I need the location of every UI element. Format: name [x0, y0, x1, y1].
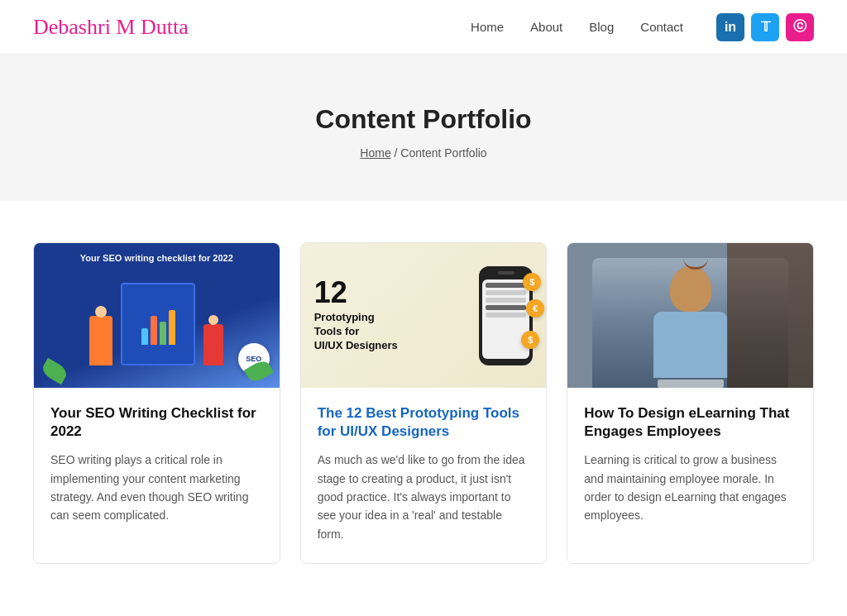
chart-tablet [121, 283, 195, 365]
bar-1 [141, 328, 148, 345]
card-seo: Your SEO writing checklist for 2022 SEO [33, 242, 280, 564]
hero-section: Content Portfolio Home / Content Portfol… [0, 55, 847, 201]
leaf-left-icon [40, 358, 69, 384]
bookshelf-decoration [727, 243, 813, 388]
breadcrumb-current: Content Portfolio [400, 146, 486, 160]
social-icons: in 𝕋 ⓒ [716, 13, 814, 41]
instagram-icon: ⓒ [793, 18, 806, 36]
card-seo-excerpt: SEO writing plays a critical role in imp… [50, 451, 263, 525]
bar-2 [151, 316, 157, 345]
phone-line-2 [486, 290, 526, 295]
card-elearning-excerpt: Learning is critical to grow a business … [584, 451, 797, 525]
card-proto-title[interactable]: The 12 Best Prototyping Tools for UI/UX … [318, 404, 530, 441]
bar-3 [160, 322, 166, 345]
card-elearning-title[interactable]: How To Design eLearning That Engages Emp… [584, 404, 797, 441]
card-elearning-image [567, 243, 813, 388]
seo-illustration [89, 283, 223, 365]
coin-3: $ [521, 331, 539, 349]
breadcrumb-separator: / [395, 146, 398, 160]
twitter-button[interactable]: 𝕋 [751, 13, 779, 41]
phone-screen [482, 279, 529, 359]
linkedin-icon: in [725, 20, 736, 35]
card-seo-title[interactable]: Your SEO Writing Checklist for 2022 [50, 404, 263, 441]
bar-4 [169, 310, 175, 345]
seo-image-label: Your SEO writing checklist for 2022 [80, 253, 233, 263]
card-proto-excerpt: As much as we'd like to go from the idea… [318, 451, 530, 543]
coin-1: $ [523, 273, 541, 291]
card-seo-body: Your SEO Writing Checklist for 2022 SEO … [34, 388, 280, 545]
chart-bars [141, 303, 175, 345]
card-seo-image: Your SEO writing checklist for 2022 SEO [34, 243, 280, 388]
phone-line-1 [486, 283, 526, 288]
laptop-icon [658, 380, 724, 388]
breadcrumb: Home / Content Portfolio [17, 146, 830, 160]
nav-blog[interactable]: Blog [589, 20, 614, 34]
phone-line-3 [486, 298, 526, 303]
breadcrumb-home[interactable]: Home [360, 146, 390, 160]
site-logo: Debashri M Dutta [33, 15, 189, 40]
main-nav: Home About Blog Contact in 𝕋 ⓒ [471, 13, 814, 41]
person-figure-2 [203, 324, 223, 365]
proto-number: 12 [314, 278, 470, 308]
person-figure-1 [89, 316, 112, 365]
main-content: Your SEO writing checklist for 2022 SEO [0, 201, 847, 597]
linkedin-button[interactable]: in [716, 13, 744, 41]
page-title: Content Portfolio [17, 104, 830, 135]
coin-2: € [526, 299, 544, 318]
card-elearning: How To Design eLearning That Engages Emp… [567, 242, 814, 564]
proto-phone-wrapper: $ € $ [479, 266, 533, 365]
twitter-icon: 𝕋 [761, 19, 770, 35]
phone-line-5 [486, 313, 526, 318]
card-proto-body: The 12 Best Prototyping Tools for UI/UX … [301, 388, 547, 563]
nav-contact[interactable]: Contact [640, 20, 683, 34]
portfolio-grid: Your SEO writing checklist for 2022 SEO [33, 242, 814, 564]
card-elearning-body: How To Design eLearning That Engages Emp… [567, 388, 813, 545]
site-header: Debashri M Dutta Home About Blog Contact… [0, 0, 847, 55]
instagram-button[interactable]: ⓒ [786, 13, 814, 41]
proto-text-block: 12 PrototypingTools forUI/UX Designers [314, 278, 470, 353]
phone-line-4 [486, 305, 526, 310]
nav-home[interactable]: Home [471, 20, 504, 34]
nav-about[interactable]: About [530, 20, 562, 34]
card-proto: 12 PrototypingTools forUI/UX Designers [300, 242, 548, 564]
card-proto-image: 12 PrototypingTools forUI/UX Designers [301, 243, 547, 388]
proto-subtitle: PrototypingTools forUI/UX Designers [314, 311, 470, 353]
